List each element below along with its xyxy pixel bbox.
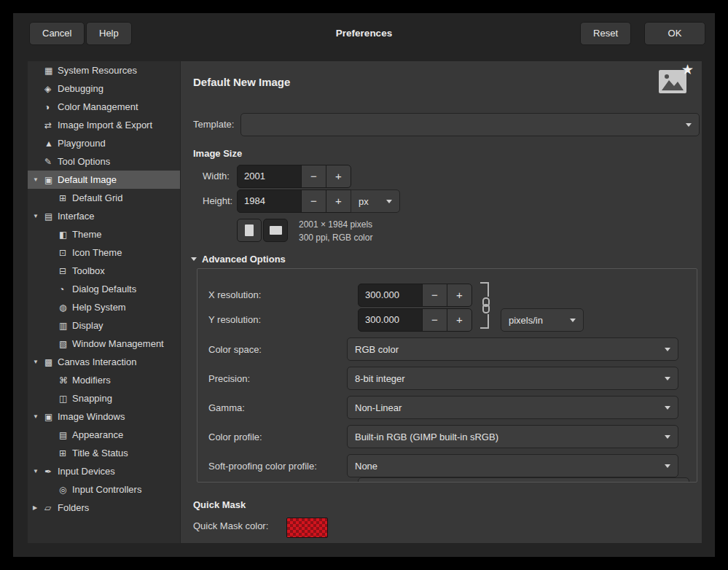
advanced-options-expander[interactable]: Advanced Options <box>191 252 286 265</box>
advanced-setting-row: Soft-proofing color profile: None <box>197 454 697 477</box>
x-resolution-spinner: 300.000 − + <box>358 284 472 307</box>
sidebar-item[interactable]: ◧ Theme <box>28 225 180 243</box>
interface-icon: ▤ <box>44 211 58 222</box>
sidebar-item[interactable]: ⌘ Modifiers <box>28 371 180 389</box>
sidebar-item[interactable]: ⊟ Toolbox <box>28 262 180 280</box>
reset-button[interactable]: Reset <box>580 22 631 45</box>
landscape-page-icon <box>270 226 282 235</box>
image-size-heading: Image Size <box>193 148 242 159</box>
y-resolution-increment-button[interactable]: + <box>447 308 472 332</box>
sidebar-item[interactable]: ▼ ▣ Image Windows <box>28 407 180 426</box>
sidebar-item[interactable]: ▦ System Resources <box>28 61 180 79</box>
sidebar-item[interactable]: ✎ Tool Options <box>28 152 180 171</box>
chevron-down-icon <box>386 200 392 203</box>
setting-dropdown[interactable]: None <box>347 454 678 477</box>
size-summary-line2: 300 ppi, RGB color <box>299 231 372 244</box>
ok-button[interactable]: OK <box>644 22 705 45</box>
sidebar-item[interactable]: ⊞ Title & Status <box>28 444 180 462</box>
sidebar-item[interactable]: ◑ Color Management <box>28 98 180 116</box>
y-resolution-spinner: 300.000 − + <box>358 308 472 332</box>
size-unit-dropdown[interactable]: px <box>351 190 400 213</box>
width-increment-button[interactable]: + <box>326 165 351 188</box>
sidebar-item-label: Appearance <box>72 429 123 440</box>
height-input[interactable]: 1984 <box>237 190 302 213</box>
resolution-chain-link-icon[interactable] <box>479 282 489 333</box>
setting-dropdown[interactable]: RGB color <box>347 337 678 361</box>
template-label: Template: <box>193 113 234 136</box>
width-spinner: 2001 − + <box>237 165 351 188</box>
tree-expander-icon[interactable]: ▼ <box>33 359 44 365</box>
width-input[interactable]: 2001 <box>237 165 302 188</box>
sidebar-item[interactable]: ▼ ✒ Input Devices <box>28 462 180 480</box>
portrait-orientation-button[interactable] <box>237 219 262 242</box>
preferences-dialog: Cancel Help Preferences Reset OK ▦ Syste… <box>13 13 715 557</box>
sidebar-item[interactable]: ⊞ Default Grid <box>28 189 180 207</box>
width-label: Width: <box>203 165 230 188</box>
quick-mask-color-swatch[interactable] <box>286 518 328 538</box>
appearance-icon: ▤ <box>59 430 72 440</box>
sidebar-item-label: Image Import & Export <box>58 120 152 130</box>
sidebar-item-label: System Resources <box>58 65 137 76</box>
sidebar-item[interactable]: ◔ Dialog Defaults <box>28 280 180 298</box>
sidebar-item[interactable]: ⊡ Icon Theme <box>28 243 180 262</box>
sidebar-item[interactable]: ▤ Appearance <box>28 426 180 444</box>
clipped-dropdown[interactable] <box>358 477 689 483</box>
template-dropdown[interactable] <box>240 113 700 136</box>
folders-icon: ▱ <box>44 503 58 513</box>
sidebar-item-label: Display <box>72 320 103 331</box>
sidebar-item[interactable]: ◎ Input Controllers <box>28 480 180 499</box>
title-status-icon: ⊞ <box>59 448 72 458</box>
setting-dropdown[interactable]: Non-Linear <box>347 396 678 419</box>
y-resolution-input[interactable]: 300.000 <box>358 308 423 332</box>
height-spinner: 1984 − + px <box>237 190 400 213</box>
new-image-icon: ★ <box>657 63 693 101</box>
height-increment-button[interactable]: + <box>326 190 351 213</box>
tree-expander-icon[interactable]: ▼ <box>33 176 44 183</box>
chain-bracket-top <box>480 282 489 297</box>
sidebar-item[interactable]: ◍ Help System <box>28 298 180 316</box>
tree-expander-icon[interactable]: ▼ <box>33 468 44 475</box>
playground-icon: ▲ <box>44 138 58 149</box>
sidebar-item[interactable]: ▧ Window Management <box>28 335 180 353</box>
sidebar-item-label: Color Management <box>58 101 138 112</box>
sidebar-item-label: Window Management <box>72 338 164 349</box>
advanced-combo-rows: Color space: RGB color Precision: 8-bit … <box>197 337 697 483</box>
height-decrement-button[interactable]: − <box>301 190 326 213</box>
sidebar-item[interactable]: ▥ Display <box>28 316 180 335</box>
tool-options-icon: ✎ <box>44 157 58 167</box>
resolution-unit-dropdown[interactable]: pixels/in <box>501 308 584 332</box>
help-system-icon: ◍ <box>59 302 72 313</box>
sidebar-item[interactable]: ▶ ▱ Folders <box>28 499 180 517</box>
sidebar-item-label: Modifiers <box>72 375 111 386</box>
y-resolution-label: Y resolution: <box>208 308 261 332</box>
sidebar-item-label: Snapping <box>72 393 112 404</box>
setting-value: Non-Linear <box>355 402 402 413</box>
sidebar-item[interactable]: ◫ Snapping <box>28 389 180 407</box>
tree-expander-icon[interactable]: ▶ <box>33 504 44 511</box>
advanced-setting-row: Color profile: Built-in RGB (GIMP built-… <box>197 425 697 448</box>
width-decrement-button[interactable]: − <box>301 165 326 188</box>
landscape-orientation-button[interactable] <box>263 219 288 242</box>
sidebar-item[interactable]: ▲ Playground <box>28 134 180 152</box>
sidebar-item-label: Folders <box>58 502 89 513</box>
dialog-header: Cancel Help Preferences Reset OK <box>13 13 715 55</box>
sidebar-item[interactable]: ◈ Debugging <box>28 79 180 98</box>
tree-expander-icon[interactable]: ▼ <box>33 413 44 420</box>
default-new-image-panel: Default New Image ★ Template: Image Size… <box>181 61 702 543</box>
toolbox-icon: ⊟ <box>59 266 72 276</box>
y-resolution-decrement-button[interactable]: − <box>422 308 447 332</box>
debugging-icon: ◈ <box>44 84 58 94</box>
sidebar-item[interactable]: ⇄ Image Import & Export <box>28 116 180 134</box>
sidebar-item[interactable]: ▼ ▤ Interface <box>28 207 180 225</box>
setting-dropdown[interactable]: 8-bit integer <box>347 367 678 390</box>
x-resolution-increment-button[interactable]: + <box>447 284 472 307</box>
x-resolution-input[interactable]: 300.000 <box>358 284 423 307</box>
chevron-down-icon <box>665 435 670 439</box>
chevron-down-icon <box>665 348 670 351</box>
setting-dropdown[interactable]: Built-in RGB (GIMP built-in sRGB) <box>347 425 678 448</box>
tree-expander-icon[interactable]: ▼ <box>33 213 44 219</box>
x-resolution-decrement-button[interactable]: − <box>422 284 447 307</box>
sidebar-item[interactable]: ▼ ▣ Default Image <box>28 171 180 189</box>
sidebar-item[interactable]: ▼ ▩ Canvas Interaction <box>28 353 180 371</box>
icon-theme-icon: ⊡ <box>59 248 72 258</box>
